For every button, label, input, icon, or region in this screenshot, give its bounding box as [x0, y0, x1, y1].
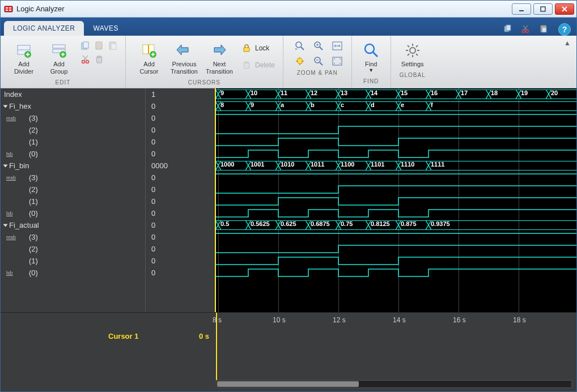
wave-area: IndexFi_hexmsb(3)(2)(1)lsb(0)Fi_binmsb(3…: [1, 88, 576, 391]
group-edit: Add Divider Add Group: [1, 36, 126, 88]
trash-small-icon[interactable]: [92, 53, 106, 66]
paste-icon[interactable]: [537, 22, 550, 36]
prev-transition-button[interactable]: Previous Transition: [167, 39, 202, 78]
horizontal-scrollbar[interactable]: [216, 380, 572, 388]
cut-icon[interactable]: [519, 22, 532, 36]
svg-line-45: [301, 47, 304, 50]
paste2-small-icon[interactable]: [106, 39, 120, 53]
svg-point-32: [82, 61, 85, 63]
bit-name[interactable]: (3): [29, 173, 38, 182]
minimize-button[interactable]: [512, 3, 531, 15]
cursor-name: Cursor 1: [108, 332, 138, 340]
svg-point-33: [86, 61, 89, 63]
bit-name[interactable]: (1): [29, 138, 38, 146]
bit-name[interactable]: (2): [29, 126, 38, 134]
signal-name[interactable]: Index: [4, 90, 22, 99]
copy-icon[interactable]: [500, 22, 514, 36]
group-find: Find ▼ FIND: [352, 36, 391, 88]
lock-icon: [241, 43, 252, 53]
bit-value: 0: [151, 138, 155, 146]
add-cursor-button[interactable]: Add Cursor: [131, 39, 167, 78]
paste-small-icon[interactable]: [92, 39, 106, 53]
help-button[interactable]: ?: [558, 23, 571, 36]
time-tick: 12 s: [333, 316, 346, 324]
bit-value: 0: [151, 257, 155, 265]
add-divider-button[interactable]: Add Divider: [6, 39, 41, 78]
add-group-label: Add Group: [50, 61, 68, 75]
svg-rect-36: [97, 56, 101, 57]
bit-name[interactable]: (3): [29, 233, 38, 241]
bit-name[interactable]: (0): [29, 150, 38, 158]
scrollbar-thumb[interactable]: [217, 381, 359, 387]
fit-horiz-icon[interactable]: [330, 39, 344, 53]
signal-name[interactable]: Fi_actual: [9, 221, 39, 229]
chevron-down-icon: ▼: [368, 67, 374, 74]
signal-names-column[interactable]: IndexFi_hexmsb(3)(2)(1)lsb(0)Fi_binmsb(3…: [1, 88, 146, 312]
svg-point-55: [365, 44, 374, 53]
add-group-button[interactable]: Add Group: [41, 39, 77, 78]
svg-line-63: [416, 54, 418, 56]
collapse-ribbon-icon[interactable]: ▲: [561, 38, 574, 48]
group-cursors-label: CURSORS: [131, 78, 277, 87]
svg-rect-31: [111, 44, 116, 49]
signal-value: 0: [151, 102, 155, 110]
maximize-button[interactable]: [533, 3, 553, 15]
group-cursors: Add Cursor Previous Transition Next Tran…: [126, 36, 283, 88]
tab-waves[interactable]: WAVES: [84, 21, 128, 36]
window-title: Logic Analyzer: [16, 5, 510, 13]
svg-rect-10: [506, 25, 511, 31]
next-transition-button[interactable]: Next Transition: [202, 39, 237, 78]
close-button[interactable]: [555, 3, 574, 15]
svg-rect-16: [542, 27, 546, 32]
signal-values-column[interactable]: 1000000000000000000: [146, 88, 216, 312]
time-tick: 14 s: [393, 316, 406, 324]
settings-label: Settings: [401, 61, 424, 68]
fit-all-icon[interactable]: [330, 54, 344, 68]
zoom-cursor-icon[interactable]: [293, 39, 307, 53]
group-edit-label: EDIT: [6, 78, 120, 87]
svg-rect-29: [96, 42, 102, 49]
signal-name[interactable]: Fi_hex: [9, 102, 31, 110]
signal-name[interactable]: Fi_bin: [9, 161, 29, 170]
svg-point-12: [526, 30, 529, 33]
bit-name[interactable]: (1): [29, 257, 38, 265]
pan-icon[interactable]: [293, 54, 307, 68]
tab-bar: LOGIC ANALYZER WAVES ?: [1, 18, 576, 36]
timeline[interactable]: 8 s10 s12 s14 s16 s18 s Cursor 1 0 s: [1, 312, 576, 391]
delete-button[interactable]: Delete: [239, 58, 277, 72]
lock-button[interactable]: Lock: [239, 41, 277, 55]
waveform-canvas[interactable]: 9101112131415161718192089abcdef100010011…: [216, 88, 576, 312]
bit-name[interactable]: (2): [29, 185, 38, 194]
svg-line-34: [83, 56, 88, 61]
trash-icon: [241, 60, 252, 70]
tab-logic-analyzer[interactable]: LOGIC ANALYZER: [4, 21, 84, 36]
cut-small-icon[interactable]: [79, 53, 92, 66]
svg-rect-22: [53, 45, 65, 48]
bit-value: 0: [151, 245, 155, 253]
svg-line-52: [320, 62, 323, 65]
bit-name[interactable]: (3): [29, 114, 38, 122]
svg-rect-43: [245, 62, 248, 63]
next-transition-label: Next Transition: [206, 61, 233, 75]
bit-name[interactable]: (2): [29, 245, 38, 253]
find-button[interactable]: Find ▼: [358, 39, 385, 76]
svg-line-56: [373, 52, 377, 57]
bit-value: 0: [151, 197, 155, 206]
svg-point-11: [523, 30, 525, 33]
svg-line-62: [408, 45, 409, 47]
cursor-value: 0 s: [199, 332, 209, 340]
group-icon: [50, 41, 68, 59]
bit-value: 0: [151, 114, 155, 122]
arrow-left-icon: [175, 41, 193, 59]
copy-small-icon[interactable]: [79, 39, 92, 53]
bit-name[interactable]: (0): [29, 269, 38, 277]
zoom-in-icon[interactable]: [312, 39, 325, 53]
bit-name[interactable]: (1): [29, 197, 38, 206]
bit-name[interactable]: (0): [29, 209, 38, 218]
svg-line-65: [408, 54, 409, 56]
settings-button[interactable]: Settings: [397, 39, 428, 70]
bit-value: 0: [151, 209, 155, 218]
cursor-icon: [140, 41, 158, 59]
zoom-out-icon[interactable]: [312, 54, 325, 68]
svg-rect-0: [5, 6, 12, 12]
